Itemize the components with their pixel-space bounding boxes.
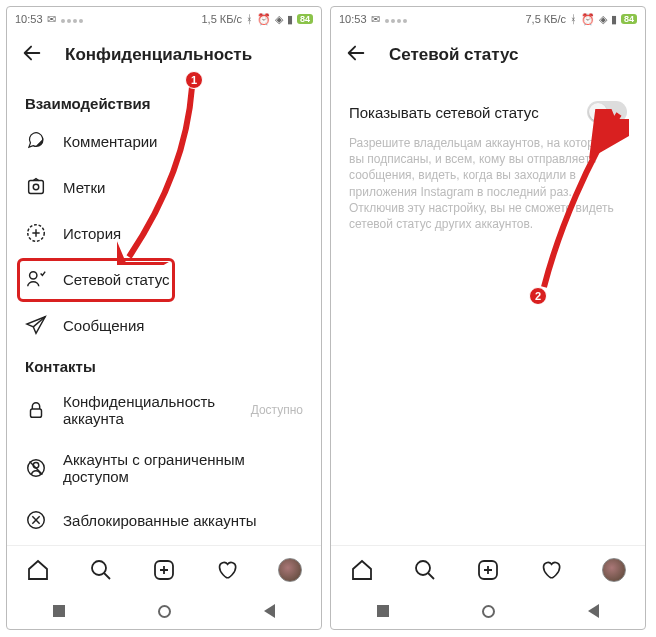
sys-back[interactable] [588,604,599,618]
row-messages[interactable]: Сообщения [7,302,321,348]
sys-recents[interactable] [377,605,389,617]
row-muted[interactable]: Аккаунты в немом режиме [7,543,321,545]
status-time: 10:53 [15,13,43,25]
signal-icon: ▮ [611,13,617,26]
sys-recents[interactable] [53,605,65,617]
bluetooth-icon: ᚼ [570,13,577,25]
status-dots [60,13,84,25]
restricted-icon [25,457,47,479]
badge-1: 1 [185,71,203,89]
wifi-icon: ◈ [275,13,283,26]
signal-icon: ▮ [287,13,293,26]
row-label: Заблокированные аккаунты [63,512,257,529]
alarm-icon: ⏰ [257,13,271,26]
nav-profile[interactable] [277,557,303,583]
phone-right: 10:53 ✉ 7,5 КБ/с ᚼ ⏰ ◈ ▮ 84 Сетевой стат… [330,6,646,630]
page-title: Конфиденциальность [65,45,252,65]
bottom-nav [331,545,645,593]
statusbar: 10:53 ✉ 7,5 КБ/с ᚼ ⏰ ◈ ▮ 84 [331,7,645,31]
row-blocked[interactable]: Заблокированные аккаунты [7,497,321,543]
nav-add[interactable] [475,557,501,583]
badge-2: 2 [529,287,547,305]
row-label: Аккаунты с ограниченным доступом [63,451,303,485]
header: Сетевой статус [331,31,645,79]
status-time: 10:53 [339,13,367,25]
nav-activity[interactable] [538,557,564,583]
svg-point-1 [33,184,39,190]
messages-icon [25,314,47,336]
bottom-nav [7,545,321,593]
row-comments[interactable]: Комментарии [7,118,321,164]
row-tags[interactable]: Метки [7,164,321,210]
section-interactions: Взаимодействия [7,85,321,118]
svg-point-8 [92,561,106,575]
status-netspeed: 1,5 КБ/с [201,13,242,25]
phone-left: 10:53 ✉ 1,5 КБ/с ᚼ ⏰ ◈ ▮ 84 Конфиденциал… [6,6,322,630]
battery-icon: 84 [297,14,313,24]
row-restricted[interactable]: Аккаунты с ограниченным доступом [7,439,321,497]
setting-show-activity: Показывать сетевой статус [331,85,645,131]
nav-activity[interactable] [214,557,240,583]
svg-point-10 [416,561,430,575]
toggle-activity-status[interactable] [587,101,627,123]
blocked-icon [25,509,47,531]
row-label: Сетевой статус [63,271,170,288]
activity-icon [25,268,47,290]
header: Конфиденциальность [7,31,321,79]
system-nav [331,593,645,629]
content-scroll[interactable]: Взаимодействия Комментарии Метки История… [7,79,321,545]
statusbar: 10:53 ✉ 1,5 КБ/с ᚼ ⏰ ◈ ▮ 84 [7,7,321,31]
nav-home[interactable] [25,557,51,583]
back-button[interactable] [21,42,43,68]
row-story[interactable]: История [7,210,321,256]
row-activity-status[interactable]: Сетевой статус [7,256,321,302]
svg-point-3 [30,272,37,279]
row-trail: Доступно [251,403,303,417]
nav-add[interactable] [151,557,177,583]
setting-help: Разрешите владельцам аккаунтов, на котор… [331,131,645,232]
status-sms-icon: ✉ [47,13,56,26]
row-label: Конфиденциальность аккаунта [63,393,235,427]
nav-search[interactable] [88,557,114,583]
page-title: Сетевой статус [389,45,519,65]
section-contacts: Контакты [7,348,321,381]
content: Показывать сетевой статус Разрешите влад… [331,79,645,545]
back-button[interactable] [345,42,367,68]
story-icon [25,222,47,244]
bluetooth-icon: ᚼ [246,13,253,25]
row-account-privacy[interactable]: Конфиденциальность аккаунта Доступно [7,381,321,439]
sys-home[interactable] [482,605,495,618]
avatar [602,558,626,582]
status-sms-icon: ✉ [371,13,380,26]
row-label: Метки [63,179,105,196]
comment-icon [25,130,47,152]
svg-rect-4 [31,409,42,417]
lock-icon [25,399,47,421]
tag-icon [25,176,47,198]
row-label: История [63,225,121,242]
nav-home[interactable] [349,557,375,583]
wifi-icon: ◈ [599,13,607,26]
battery-icon: 84 [621,14,637,24]
setting-label: Показывать сетевой статус [349,104,539,121]
status-netspeed: 7,5 КБ/с [525,13,566,25]
alarm-icon: ⏰ [581,13,595,26]
nav-search[interactable] [412,557,438,583]
sys-home[interactable] [158,605,171,618]
status-dots [384,13,408,25]
sys-back[interactable] [264,604,275,618]
system-nav [7,593,321,629]
row-label: Сообщения [63,317,144,334]
row-label: Комментарии [63,133,157,150]
svg-rect-0 [29,181,44,194]
nav-profile[interactable] [601,557,627,583]
avatar [278,558,302,582]
